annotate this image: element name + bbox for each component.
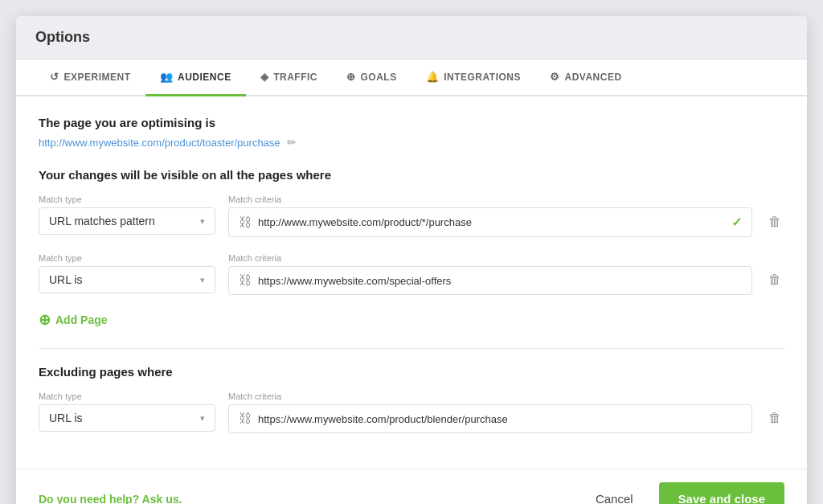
modal-header: Options: [16, 16, 807, 59]
page-optimising-heading: The page you are optimising is: [39, 116, 784, 129]
excluding-section: Excluding pages where Match type URL is …: [39, 365, 784, 433]
integrations-icon: 🔔: [426, 71, 440, 83]
exclude-match-type-label-1: Match type: [39, 391, 215, 401]
match-criteria-group-1: Match criteria ⛓ ✓: [228, 195, 752, 237]
delete-row-2-button[interactable]: 🗑: [765, 266, 784, 293]
delete-row-1-button[interactable]: 🗑: [765, 208, 784, 236]
criteria-input-1[interactable]: [258, 216, 725, 228]
page-url-text: http://www.mywebsite.com/product/toaster…: [39, 137, 280, 149]
visible-pages-section: Your changes will be visible on all the …: [39, 168, 784, 329]
exclude-criteria-input-1[interactable]: [258, 413, 742, 425]
exclude-match-type-group-1: Match type URL is ▾: [39, 391, 215, 432]
tab-experiment[interactable]: ↺ EXPERIMENT: [35, 59, 145, 96]
modal-footer: Do you need help? Ask us. Cancel Save an…: [16, 469, 807, 504]
tab-bar: ↺ EXPERIMENT 👥 AUDIENCE ◈ TRAFFIC ⊕ GOAL…: [16, 59, 807, 96]
tab-integrations[interactable]: 🔔 INTEGRATIONS: [412, 59, 535, 96]
match-criteria-label-2: Match criteria: [228, 253, 752, 263]
link-icon-1: ⛓: [239, 215, 252, 230]
criteria-input-wrap-1: ⛓ ✓: [228, 207, 752, 237]
help-link[interactable]: Do you need help? Ask us.: [39, 493, 182, 505]
modal-body: The page you are optimising is http://ww…: [16, 96, 807, 469]
match-type-select-1[interactable]: URL matches pattern ▾: [39, 207, 215, 235]
exclude-row-1: Match type URL is ▾ Match criteria ⛓ 🗑: [39, 391, 784, 433]
match-type-select-2[interactable]: URL is ▾: [39, 266, 215, 293]
match-type-group-2: Match type URL is ▾: [39, 253, 215, 293]
tab-audience[interactable]: 👥 AUDIENCE: [145, 59, 246, 96]
exclude-criteria-input-wrap-1: ⛓: [228, 404, 752, 433]
match-criteria-group-2: Match criteria ⛓: [228, 253, 752, 295]
footer-buttons: Cancel Save and close: [579, 482, 784, 504]
save-close-button[interactable]: Save and close: [659, 482, 784, 504]
modal-title: Options: [35, 29, 788, 46]
match-type-label-2: Match type: [39, 253, 215, 263]
advanced-icon: ⚙: [550, 71, 560, 83]
audience-icon: 👥: [160, 71, 174, 83]
tab-advanced[interactable]: ⚙ ADVANCED: [535, 59, 637, 96]
excluding-heading: Excluding pages where: [39, 365, 784, 379]
goals-icon: ⊕: [346, 71, 356, 83]
criteria-input-2[interactable]: [258, 275, 742, 287]
match-row-2: Match type URL is ▾ Match criteria ⛓ 🗑: [39, 253, 784, 295]
check-icon-1: ✓: [731, 215, 742, 230]
chevron-down-icon-2: ▾: [200, 275, 205, 285]
traffic-icon: ◈: [260, 71, 269, 83]
edit-url-icon[interactable]: ✏: [287, 136, 297, 149]
chevron-down-icon-1: ▾: [200, 216, 205, 227]
tab-traffic[interactable]: ◈ TRAFFIC: [246, 59, 332, 96]
tab-goals[interactable]: ⊕ GOALS: [332, 59, 412, 96]
add-icon: ⊕: [39, 311, 51, 329]
criteria-input-wrap-2: ⛓: [228, 266, 752, 295]
cancel-button[interactable]: Cancel: [579, 484, 649, 504]
options-modal: Options ↺ EXPERIMENT 👥 AUDIENCE ◈ TRAFFI…: [16, 16, 807, 504]
section-divider: [39, 348, 784, 349]
visible-pages-heading: Your changes will be visible on all the …: [39, 168, 784, 182]
exclude-criteria-group-1: Match criteria ⛓: [228, 391, 752, 433]
chevron-down-icon-3: ▾: [200, 413, 205, 424]
experiment-icon: ↺: [50, 71, 59, 83]
match-criteria-label-1: Match criteria: [228, 195, 752, 204]
add-page-button[interactable]: ⊕ Add Page: [39, 311, 108, 329]
match-type-label-1: Match type: [39, 195, 215, 204]
page-url-row: http://www.mywebsite.com/product/toaster…: [39, 136, 784, 149]
exclude-match-type-select-1[interactable]: URL is ▾: [39, 404, 215, 432]
link-icon-3: ⛓: [239, 412, 252, 426]
match-row-1: Match type URL matches pattern ▾ Match c…: [39, 195, 784, 237]
exclude-criteria-label-1: Match criteria: [228, 391, 752, 401]
match-type-group-1: Match type URL matches pattern ▾: [39, 195, 215, 235]
link-icon-2: ⛓: [239, 273, 252, 288]
delete-exclude-row-1-button[interactable]: 🗑: [765, 404, 784, 432]
